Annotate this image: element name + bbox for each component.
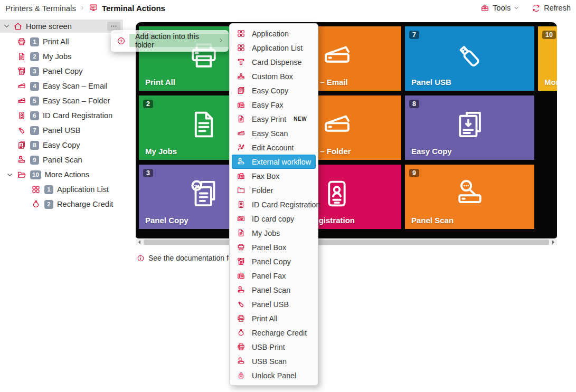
panel-box-icon: [237, 243, 245, 252]
menu-item-label: Panel Copy: [252, 257, 291, 266]
horizontal-scrollbar[interactable]: [136, 239, 557, 245]
sidebar-item-application-list[interactable]: 1Application List: [0, 182, 123, 197]
id-card-h-icon: [237, 214, 245, 223]
menu-item-usb-scan[interactable]: USB Scan: [230, 354, 318, 368]
scanner-icon: [320, 108, 354, 141]
usb-icon: [453, 39, 487, 72]
menu-item-panel-copy[interactable]: Panel Copy: [230, 254, 318, 269]
sidebar-item-id-card-registration[interactable]: 6ID Card Registration: [0, 108, 123, 123]
menu-item-label: Edit Account: [252, 144, 294, 152]
printer-icon: [237, 314, 245, 323]
sidebar-item-home-screen[interactable]: Home screen: [0, 20, 123, 33]
money-bag-icon: [31, 199, 41, 209]
menu-item-label: Add action into this folder: [135, 32, 218, 49]
sidebar-item-print-all[interactable]: 1Print All: [0, 34, 123, 49]
tile-easy-copy[interactable]: 8Easy Copy: [405, 95, 534, 160]
item-number-badge: 9: [30, 156, 39, 165]
scanner-icon: [320, 39, 354, 72]
id-card-icon: [320, 177, 354, 211]
sidebar-item-label: Panel Copy: [43, 67, 82, 75]
scroll-right-arrow-icon[interactable]: [550, 239, 557, 245]
breadcrumb: Printers & Terminals Terminal Actions: [5, 3, 165, 13]
tile-panel-usb[interactable]: 7Panel USB: [405, 26, 534, 91]
sidebar-item-easy-copy[interactable]: 8Easy Copy: [0, 138, 123, 152]
menu-item-edit-account[interactable]: Edit Account: [230, 140, 318, 155]
scroll-left-arrow-icon[interactable]: [136, 239, 143, 245]
chevron-down-icon[interactable]: [6, 171, 13, 178]
menu-item-usb-print[interactable]: USB Print: [230, 340, 318, 354]
menu-item-folder[interactable]: Folder: [230, 183, 318, 197]
sidebar-item-label: Print All: [43, 37, 69, 46]
menu-item-panel-scan[interactable]: Panel Scan: [230, 283, 318, 297]
menu-item-application-list[interactable]: Application List: [230, 41, 318, 55]
new-badge: NEW: [294, 116, 307, 122]
document-icon: [237, 228, 245, 237]
panel-copy-icon: [17, 66, 26, 76]
menu-item-id-card-registration[interactable]: ID Card Registration: [230, 197, 318, 212]
easy-copy-icon: [17, 140, 26, 150]
item-number-badge: 4: [30, 82, 39, 91]
menu-item-fax-box[interactable]: Fax Box: [230, 169, 318, 183]
sidebar-item-panel-scan[interactable]: 9Panel Scan: [0, 152, 123, 167]
menu-item-recharge-credit[interactable]: Recharge Credit: [230, 326, 318, 340]
tile-number-badge: 8: [409, 100, 419, 108]
menu-item-add-action-into-this-folder[interactable]: Add action into this folder: [111, 30, 229, 52]
menu-item-print-all[interactable]: Print All: [230, 311, 318, 326]
printer-icon: [17, 37, 26, 46]
tools-button[interactable]: Tools: [480, 4, 519, 13]
menu-item-application[interactable]: Application: [230, 26, 318, 41]
grid-icon: [31, 185, 41, 194]
scrollbar-thumb[interactable]: [144, 240, 549, 245]
sidebar-item-my-jobs[interactable]: 2My Jobs: [0, 49, 123, 64]
home-screen-actions-button[interactable]: [107, 22, 120, 31]
lock-icon: [237, 371, 245, 380]
sidebar-item-easy-scan-folder[interactable]: 5Easy Scan – Folder: [0, 93, 123, 108]
menu-item-easy-scan[interactable]: Easy Scan: [230, 126, 318, 140]
sidebar-item-label: More Actions: [45, 170, 89, 179]
grid-icon: [237, 29, 245, 38]
menu-item-easy-copy[interactable]: Easy Copy: [230, 83, 318, 98]
menu-item-panel-fax[interactable]: Panel Fax: [230, 269, 318, 283]
folder-open-icon: [17, 170, 26, 179]
menu-item-external-workflow[interactable]: External workflow: [232, 155, 316, 169]
sidebar-item-label: Panel USB: [43, 126, 80, 135]
tile-panel-scan[interactable]: 9Panel Scan: [405, 165, 534, 229]
printer-usb-icon: [237, 342, 245, 351]
menu-item-label: Easy Copy: [252, 87, 288, 95]
menu-item-panel-usb[interactable]: Panel USB: [230, 297, 318, 311]
menu-item-easy-print[interactable]: Easy PrintNEW: [230, 112, 318, 126]
menu-item-label: Easy Fax: [252, 101, 284, 109]
topbar: Printers & Terminals Terminal Actions To…: [0, 0, 576, 16]
terminal-actions-tree: Home screen 1Print All2My Jobs3Panel Cop…: [0, 17, 123, 392]
breadcrumb-parent-link[interactable]: Printers & Terminals: [5, 4, 76, 13]
menu-item-custom-box[interactable]: Custom Box: [230, 69, 318, 83]
sidebar-item-panel-usb[interactable]: 7Panel USB: [0, 123, 123, 138]
menu-item-card-dispense[interactable]: Card Dispense: [230, 55, 318, 69]
refresh-button[interactable]: Refresh: [532, 4, 571, 13]
menu-item-label: Card Dispense: [252, 58, 302, 66]
sidebar-item-label: Easy Scan – Folder: [43, 97, 110, 105]
tile-number-badge: 7: [409, 31, 419, 39]
menu-item-panel-box[interactable]: Panel Box: [230, 240, 318, 254]
id-card-icon: [17, 111, 26, 120]
fax-icon: [237, 271, 245, 280]
menu-item-id-card-copy[interactable]: ID card copy: [230, 212, 318, 226]
menu-item-easy-fax[interactable]: Easy Fax: [230, 98, 318, 112]
sidebar-item-easy-scan-email[interactable]: 4Easy Scan – Email: [0, 79, 123, 93]
menu-item-unlock-panel[interactable]: Unlock Panel: [230, 368, 318, 383]
sidebar-item-panel-copy[interactable]: 3Panel Copy: [0, 64, 123, 79]
id-card-icon: [237, 200, 245, 209]
chevron-down-icon[interactable]: [3, 23, 10, 30]
sidebar-item-more-actions[interactable]: 10More Actions: [0, 167, 123, 182]
tile-more-actions[interactable]: 10More Actions: [538, 26, 557, 91]
item-number-badge: 7: [30, 126, 39, 135]
item-number-badge: 5: [30, 97, 39, 106]
edit-account-icon: [237, 143, 245, 152]
sidebar-item-recharge-credit[interactable]: 2Recharge Credit: [0, 197, 123, 212]
menu-item-label: Print All: [252, 314, 277, 323]
panel-scan-icon: [237, 285, 245, 294]
menu-item-label: Easy Print: [252, 115, 286, 123]
item-number-badge: 3: [30, 67, 39, 76]
grid-icon: [237, 43, 245, 52]
menu-item-my-jobs[interactable]: My Jobs: [230, 226, 318, 240]
